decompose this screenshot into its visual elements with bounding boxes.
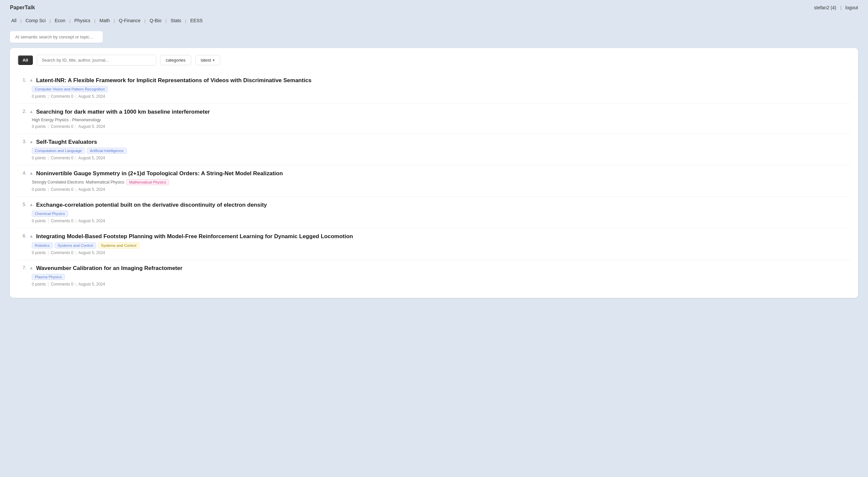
stats-sep-1: | [48, 124, 49, 129]
tag[interactable]: Artificial Intelligence [87, 148, 127, 154]
ai-search-input[interactable] [10, 31, 103, 43]
paper-title[interactable]: Integrating Model-Based Footstep Plannin… [36, 233, 353, 240]
stats-sep-1: | [48, 156, 49, 160]
filter-latest-button[interactable]: latest ▾ [195, 55, 220, 65]
paper-title[interactable]: Noninvertible Gauge Symmetry in (2+1)d T… [36, 170, 283, 177]
paper-list: 1. ▲ Latent-INR: A Flexible Framework fo… [18, 72, 850, 291]
date: August 5, 2024 [78, 250, 105, 255]
tag[interactable]: Systems and Control [98, 242, 140, 248]
nav-sep-4: | [92, 18, 98, 23]
points: 0 points [32, 94, 46, 99]
stats-sep-1: | [48, 282, 49, 286]
stats-sep-2: | [75, 124, 76, 129]
comments[interactable]: Comments 0 [51, 218, 73, 223]
upvote-button[interactable]: ▲ [29, 108, 33, 114]
comments[interactable]: Comments 0 [51, 124, 73, 129]
stats-sep-2: | [75, 156, 76, 160]
nav-bar: All | Comp Sci | Econ | Physics | Math |… [0, 15, 868, 28]
points: 0 points [32, 187, 46, 192]
nav-item-q-bio[interactable]: Q-Bio [148, 17, 163, 24]
upvote-button[interactable]: ▲ [29, 170, 33, 176]
logo[interactable]: PaperTalk [10, 5, 35, 10]
paper-tags: Computer Vision and Pattern Recognition [32, 86, 850, 92]
upvote-button[interactable]: ▲ [29, 138, 33, 144]
paper-title[interactable]: Searching for dark matter with a 1000 km… [36, 108, 210, 115]
tag[interactable]: Mathematical Physics [126, 179, 169, 185]
upvote-button[interactable]: ▲ [29, 77, 33, 82]
paper-title[interactable]: Exchange-correlation potential built on … [36, 201, 267, 209]
filter-bar: All categories latest ▾ [18, 55, 850, 66]
paper-number: 7. [18, 265, 27, 270]
nav-sep-3: | [67, 18, 73, 23]
points: 0 points [32, 124, 46, 129]
comments[interactable]: Comments 0 [51, 250, 73, 255]
header-divider: | [840, 5, 841, 10]
paper-number: 3. [18, 138, 27, 144]
upvote-button[interactable]: ▲ [29, 265, 33, 270]
tag[interactable]: Robotics [32, 242, 53, 248]
paper-tags: Chemical Physics [32, 211, 850, 217]
paper-stats: 0 points | Comments 0 | August 5, 2024 [32, 250, 850, 255]
paper-number: 5. [18, 201, 27, 207]
comments[interactable]: Comments 0 [51, 94, 73, 99]
paper-stats: 0 points | Comments 0 | August 5, 2024 [32, 282, 850, 286]
tag[interactable]: Chemical Physics [32, 211, 68, 217]
logout-link[interactable]: logout [845, 5, 858, 10]
date: August 5, 2024 [78, 156, 105, 160]
paper-title[interactable]: Self-Taught Evaluators [36, 138, 97, 146]
paper-tags: Computation and LanguageArtificial Intel… [32, 148, 850, 154]
tag[interactable]: Mathematical Physics [86, 180, 124, 184]
comments[interactable]: Comments 0 [51, 156, 73, 160]
latest-label: latest [201, 58, 211, 63]
nav-item-stats[interactable]: Stats [169, 17, 182, 24]
list-item: 7. ▲ Wavenumber Calibration for an Imagi… [18, 260, 850, 291]
header: PaperTalk stefan2 (4) | logout [0, 0, 868, 15]
paper-title[interactable]: Latent-INR: A Flexible Framework for Imp… [36, 77, 312, 84]
list-item: 6. ▲ Integrating Model-Based Footstep Pl… [18, 228, 850, 260]
list-item: 3. ▲ Self-Taught Evaluators Computation … [18, 134, 850, 165]
filter-categories-button[interactable]: categories [160, 55, 191, 65]
nav-item-physics[interactable]: Physics [73, 17, 92, 24]
tag[interactable]: Systems and Control [55, 242, 96, 248]
stats-sep-2: | [75, 94, 76, 99]
nav-sep-2: | [47, 18, 53, 23]
chevron-down-icon: ▾ [213, 58, 215, 62]
paper-stats: 0 points | Comments 0 | August 5, 2024 [32, 124, 850, 129]
upvote-button[interactable]: ▲ [29, 233, 33, 238]
nav-item-comp-sci[interactable]: Comp Sci [24, 17, 47, 24]
comments[interactable]: Comments 0 [51, 282, 73, 286]
nav-sep-1: | [18, 18, 24, 23]
nav-item-q-finance[interactable]: Q-Finance [117, 17, 142, 24]
tag[interactable]: Plasma Physics [32, 274, 65, 280]
tag[interactable]: Computer Vision and Pattern Recognition [32, 86, 108, 92]
date: August 5, 2024 [78, 218, 105, 223]
tag[interactable]: Computation and Language [32, 148, 85, 154]
filter-search-input[interactable] [37, 55, 156, 66]
tag[interactable]: High Energy Physics - Phenomenology [32, 117, 101, 122]
paper-tags: Strongly Correlated ElectronsMathematica… [32, 179, 850, 185]
points: 0 points [32, 282, 46, 286]
stats-sep-1: | [48, 94, 49, 99]
comments[interactable]: Comments 0 [51, 187, 73, 192]
ai-search-container [0, 28, 868, 48]
paper-stats: 0 points | Comments 0 | August 5, 2024 [32, 94, 850, 99]
nav-item-eess[interactable]: EESS [189, 17, 204, 24]
points: 0 points [32, 156, 46, 160]
paper-title[interactable]: Wavenumber Calibration for an Imaging Re… [36, 265, 182, 272]
date: August 5, 2024 [78, 124, 105, 129]
tag[interactable]: Strongly Correlated Electrons [32, 180, 84, 184]
points: 0 points [32, 218, 46, 223]
upvote-button[interactable]: ▲ [29, 201, 33, 207]
nav-item-all[interactable]: All [10, 17, 18, 24]
filter-all-button[interactable]: All [18, 55, 33, 65]
stats-sep-1: | [48, 250, 49, 255]
nav-item-math[interactable]: Math [98, 17, 111, 24]
nav-item-econ[interactable]: Econ [53, 17, 67, 24]
paper-tags: High Energy Physics - Phenomenology [32, 117, 850, 122]
nav-sep-8: | [182, 18, 189, 23]
paper-stats: 0 points | Comments 0 | August 5, 2024 [32, 218, 850, 223]
stats-sep-2: | [75, 187, 76, 192]
paper-number: 1. [18, 77, 27, 82]
nav-sep-5: | [111, 18, 117, 23]
list-item: 1. ▲ Latent-INR: A Flexible Framework fo… [18, 72, 850, 104]
